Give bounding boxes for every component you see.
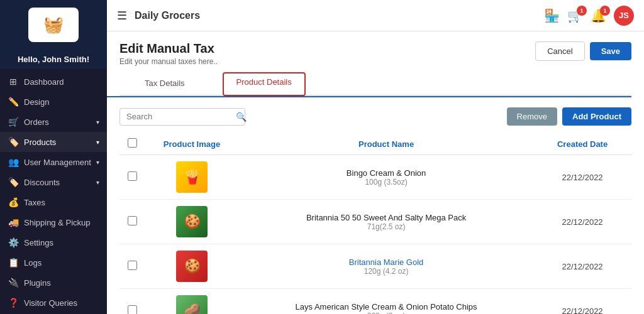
topbar: ☰ Daily Grocers 🏪 🛒 1 🔔 1 JS [107, 0, 644, 31]
sidebar-item-products[interactable]: 🏷️ Products ▾ [0, 132, 107, 152]
sidebar-item-visitor-queries[interactable]: ❓ Visitor Queries [0, 293, 107, 313]
sidebar-nav: ⊞ Dashboard ✏️ Design 🛒 Orders ▾ 🏷️ Prod… [0, 69, 107, 314]
discounts-icon: 🏷️ [8, 177, 19, 187]
row-image-cell: 🍪 [145, 244, 239, 289]
sidebar-hello: Hello, John Smith! [0, 50, 107, 69]
row-checkbox-cell [119, 155, 145, 200]
topbar-icons: 🏪 🛒 1 🔔 1 JS [544, 6, 634, 26]
product-image: 🍪 [176, 251, 208, 282]
page-header-left: Edit Manual Tax Edit your manual taxes h… [119, 41, 218, 66]
settings-icon: ⚙️ [8, 237, 19, 247]
sidebar-item-dashboard[interactable]: ⊞ Dashboard [0, 72, 107, 92]
product-image: 🍟 [176, 161, 208, 193]
cancel-button[interactable]: Cancel [535, 41, 584, 61]
user-management-icon: 👥 [8, 157, 19, 167]
row-checkbox[interactable] [128, 171, 137, 181]
product-image: 🍪 [176, 206, 208, 237]
product-name: Britannia Marie Gold [247, 257, 526, 267]
product-subname: 200g (8 oz) [247, 311, 526, 315]
row-name-cell: Lays American Style Cream & Onion Potato… [239, 289, 533, 315]
logs-icon: 📋 [8, 257, 19, 268]
remove-button[interactable]: Remove [507, 107, 557, 126]
chevron-down-icon: ▾ [96, 159, 99, 166]
avatar[interactable]: JS [614, 6, 634, 26]
table-row: 🍪 Britannia 50 50 Sweet And Salty Mega P… [119, 200, 631, 244]
page-title: Edit Manual Tax [119, 41, 218, 56]
row-checkbox[interactable] [128, 261, 137, 270]
store-icon-button[interactable]: 🏪 [544, 8, 560, 23]
row-checkbox-cell [119, 200, 145, 244]
plugins-icon: 🔌 [8, 278, 19, 288]
page-header: Edit Manual Tax Edit your manual taxes h… [107, 31, 644, 72]
orders-icon: 🛒 [8, 117, 19, 127]
row-image-cell: 🍪 [145, 200, 239, 244]
visitor-queries-icon: ❓ [8, 298, 19, 308]
dashboard-icon: ⊞ [8, 77, 19, 87]
logo-icon: 🧺 [43, 15, 64, 35]
sidebar-item-label: Shipping & Pickup [24, 218, 99, 227]
page-subtitle: Edit your manual taxes here.. [119, 57, 218, 66]
sidebar-item-taxes[interactable]: 💰 Taxes [0, 192, 107, 212]
sidebar-item-settings[interactable]: ⚙️ Settings [0, 232, 107, 252]
product-subname: 120g (4.2 oz) [247, 267, 526, 276]
sidebar-item-label: Products [24, 138, 91, 147]
row-date-cell: 22/12/2022 [533, 244, 631, 289]
product-section: 🔍 Remove Add Product Product Image Produ… [107, 97, 644, 314]
sidebar-item-label: Orders [24, 117, 91, 127]
search-box[interactable]: 🔍 [119, 108, 245, 126]
select-all-checkbox[interactable] [128, 138, 137, 148]
product-subname: 71g(2.5 oz) [247, 222, 526, 231]
sidebar-item-discounts[interactable]: 🏷️ Discounts ▾ [0, 172, 107, 192]
row-name-cell: Britannia Marie Gold 120g (4.2 oz) [239, 244, 533, 289]
sidebar-item-label: Design [24, 97, 99, 107]
tab-tax-details[interactable]: Tax Details [119, 72, 210, 96]
sidebar-item-shipping[interactable]: 🚚 Shipping & Pickup [0, 212, 107, 232]
row-date-cell: 22/12/2022 [533, 200, 631, 244]
row-image-cell: 🍟 [145, 155, 239, 200]
sidebar-item-label: Visitor Queries [24, 298, 99, 308]
chevron-down-icon: ▾ [96, 139, 99, 146]
sidebar-item-logs[interactable]: 📋 Logs [0, 252, 107, 273]
sidebar-item-design[interactable]: ✏️ Design [0, 92, 107, 112]
sidebar-item-label: Dashboard [24, 77, 99, 87]
chevron-down-icon: ▾ [96, 119, 99, 126]
sidebar: 🧺 Hello, John Smith! ⊞ Dashboard ✏️ Desi… [0, 0, 107, 314]
chevron-down-icon: ▾ [96, 179, 99, 186]
product-table: Product Image Product Name Created Date … [119, 133, 631, 314]
row-date-cell: 22/12/2022 [533, 155, 631, 200]
col-product-image: Product Image [145, 133, 239, 155]
cart-icon-button[interactable]: 🛒 1 [567, 8, 583, 23]
cart-badge: 1 [577, 6, 587, 16]
sidebar-item-label: Settings [24, 238, 99, 247]
row-date-cell: 22/12/2022 [533, 289, 631, 315]
sidebar-logo: 🧺 [0, 0, 107, 50]
sidebar-item-orders[interactable]: 🛒 Orders ▾ [0, 112, 107, 132]
row-checkbox[interactable] [128, 305, 137, 314]
sidebar-item-label: Logs [24, 258, 99, 268]
product-name: Britannia 50 50 Sweet And Salty Mega Pac… [247, 213, 526, 222]
row-checkbox[interactable] [128, 216, 137, 225]
notification-icon-button[interactable]: 🔔 1 [591, 8, 606, 23]
main-area: ☰ Daily Grocers 🏪 🛒 1 🔔 1 JS Edit Manual… [107, 0, 644, 314]
action-buttons: Remove Add Product [507, 107, 631, 126]
sidebar-item-label: User Management [24, 158, 91, 167]
table-body: 🍟 Bingo Cream & Onion 100g (3.5oz) 22/12… [119, 155, 631, 315]
tabs: Tax Details Product Details [119, 72, 631, 96]
row-checkbox-cell [119, 244, 145, 289]
add-product-button[interactable]: Add Product [562, 107, 631, 126]
row-checkbox-cell [119, 289, 145, 315]
content-area: Edit Manual Tax Edit your manual taxes h… [107, 31, 644, 314]
col-created-date: Created Date [533, 133, 631, 155]
sidebar-item-label: Plugins [24, 278, 99, 288]
notification-badge: 1 [600, 6, 610, 16]
product-image: 🥔 [176, 295, 208, 314]
hamburger-icon[interactable]: ☰ [117, 9, 127, 23]
sidebar-item-user-management[interactable]: 👥 User Management ▾ [0, 152, 107, 172]
search-input[interactable] [126, 112, 232, 121]
topbar-title: Daily Grocers [135, 10, 536, 21]
tab-product-details[interactable]: Product Details [223, 72, 306, 96]
sidebar-item-plugins[interactable]: 🔌 Plugins [0, 273, 107, 293]
row-name-cell: Bingo Cream & Onion 100g (3.5oz) [239, 155, 533, 200]
save-button[interactable]: Save [590, 42, 631, 60]
search-icon: 🔍 [236, 112, 247, 122]
